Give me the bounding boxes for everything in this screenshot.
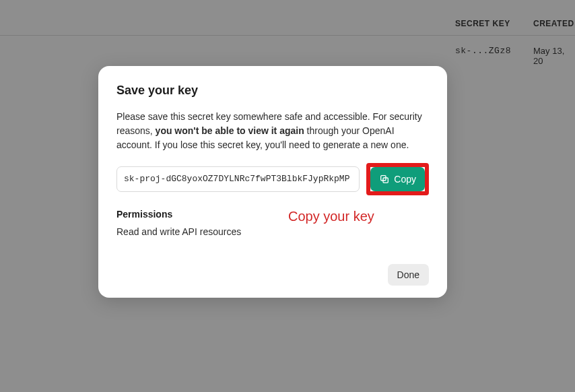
modal-title: Save your key: [116, 84, 429, 98]
col-header-created: CREATED: [533, 19, 574, 28]
modal-description: Please save this secret key somewhere sa…: [116, 110, 429, 152]
save-key-modal: Save your key Please save this secret ke…: [98, 66, 447, 298]
done-button[interactable]: Done: [388, 264, 429, 286]
annotation-text: Copy your key: [288, 209, 374, 224]
copy-button[interactable]: Copy: [370, 167, 425, 191]
header-divider: [0, 35, 575, 36]
secret-key-field[interactable]: sk-proj-dGC8yoxOZ7DYLNRc7fwPT3BlbkFJypRk…: [116, 166, 360, 192]
copy-icon: [379, 174, 390, 185]
col-header-secret-key: SECRET KEY: [455, 19, 510, 28]
key-row: sk-proj-dGC8yoxOZ7DYLNRc7fwPT3BlbkFJypRk…: [116, 163, 429, 195]
permissions-desc: Read and write API resources: [116, 226, 429, 237]
copy-button-label: Copy: [394, 174, 416, 185]
modal-footer: Done: [116, 264, 429, 286]
row-created-date: May 13, 20: [533, 46, 575, 66]
table-header: SECRET KEY CREATED: [0, 19, 575, 35]
row-secret-key: sk-...ZGz8: [455, 46, 511, 56]
desc-bold: you won't be able to view it again: [156, 125, 304, 136]
permissions-title: Permissions: [116, 209, 429, 220]
copy-button-highlight-wrap: Copy: [366, 163, 429, 195]
